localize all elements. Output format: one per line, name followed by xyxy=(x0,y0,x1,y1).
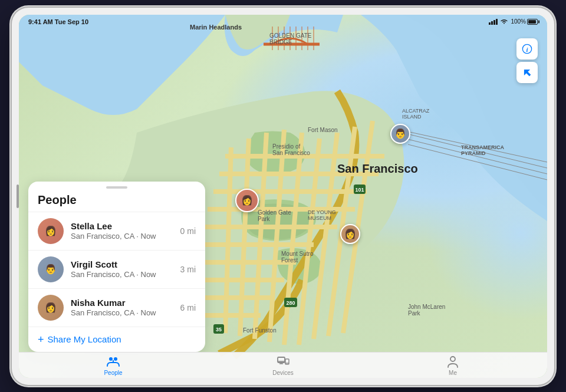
battery-icon xyxy=(527,19,538,25)
nisha-location: San Francisco, CA · Now xyxy=(71,308,173,317)
share-location-row[interactable]: + Share My Location xyxy=(28,327,205,352)
map-controls: i xyxy=(516,38,538,83)
ipad-screen: 9:41 AM Tue Sep 10 100% xyxy=(19,15,547,378)
tab-me[interactable]: Me xyxy=(435,354,470,376)
ipad-frame: 9:41 AM Tue Sep 10 100% xyxy=(12,8,554,385)
location-button[interactable] xyxy=(516,62,538,83)
tab-bar: People Devices xyxy=(19,352,547,378)
me-tab-label: Me xyxy=(449,370,457,376)
svg-rect-47 xyxy=(285,359,289,364)
status-time: 9:41 AM Tue Sep 10 xyxy=(28,18,88,25)
nisha-distance: 6 mi xyxy=(180,303,196,312)
nisha-avatar: 👩 xyxy=(38,295,64,321)
person-row-nisha[interactable]: 👩 Nisha Kumar San Francisco, CA · Now 6 … xyxy=(28,288,205,327)
info-button[interactable]: i xyxy=(516,38,538,60)
svg-text:280: 280 xyxy=(286,300,295,306)
virgil-name: Virgil Scott xyxy=(71,259,173,270)
signal-icon xyxy=(489,19,498,25)
nisha-name: Nisha Kumar xyxy=(71,298,173,308)
svg-text:101: 101 xyxy=(355,187,364,193)
virgil-avatar: 👨 xyxy=(38,256,64,282)
virgil-map-pin[interactable]: 👨 xyxy=(390,124,410,144)
devices-tab-label: Devices xyxy=(272,370,294,376)
battery-percent: 100% xyxy=(511,18,526,25)
stella-map-pin[interactable]: 👩 xyxy=(235,189,259,212)
person-row-stella[interactable]: 👩 Stella Lee San Francisco, CA · Now 0 m… xyxy=(28,212,205,250)
svg-text:i: i xyxy=(526,45,528,52)
panel-title: People xyxy=(28,191,205,212)
status-right: 100% xyxy=(489,18,538,25)
people-tab-label: People xyxy=(104,370,122,376)
wifi-icon xyxy=(500,18,508,25)
person-row-virgil[interactable]: 👨 Virgil Scott San Francisco, CA · Now 3… xyxy=(28,250,205,288)
devices-tab-icon xyxy=(276,354,290,368)
me-tab-icon xyxy=(446,354,460,368)
stella-name: Stella Lee xyxy=(71,221,173,232)
stella-distance: 0 mi xyxy=(180,226,196,236)
tab-devices[interactable]: Devices xyxy=(265,354,301,376)
virgil-location: San Francisco, CA · Now xyxy=(71,270,173,279)
people-panel: People 👩 Stella Lee San Francisco, CA · … xyxy=(28,182,205,352)
stella-info: Stella Lee San Francisco, CA · Now xyxy=(71,221,173,241)
status-bar: 9:41 AM Tue Sep 10 100% xyxy=(19,15,547,29)
svg-point-49 xyxy=(450,357,455,361)
battery-indicator: 100% xyxy=(511,18,538,25)
stella-location: San Francisco, CA · Now xyxy=(71,232,173,241)
people-tab-icon xyxy=(106,354,120,368)
svg-point-40 xyxy=(109,357,113,361)
stella-avatar: 👩 xyxy=(38,218,64,244)
nisha-map-pin[interactable]: 👩 xyxy=(340,224,360,244)
share-plus-icon: + xyxy=(38,334,44,345)
virgil-distance: 3 mi xyxy=(180,265,196,274)
share-location-label: Share My Location xyxy=(48,334,121,344)
svg-text:35: 35 xyxy=(216,327,222,332)
tab-people[interactable]: People xyxy=(96,354,131,376)
svg-point-41 xyxy=(114,357,117,361)
panel-handle xyxy=(106,186,127,189)
nisha-info: Nisha Kumar San Francisco, CA · Now xyxy=(71,298,173,317)
virgil-info: Virgil Scott San Francisco, CA · Now xyxy=(71,259,173,279)
